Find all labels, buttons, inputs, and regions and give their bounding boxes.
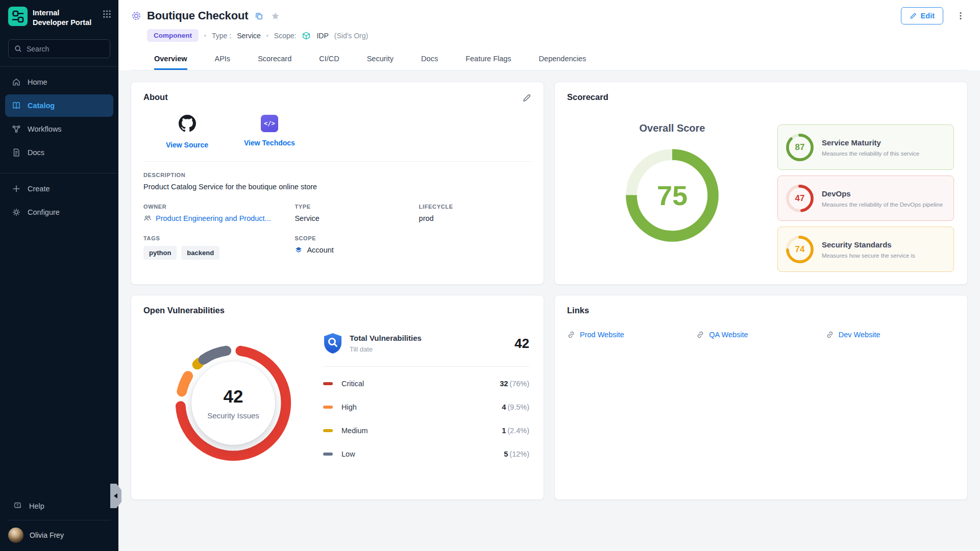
logo-row: Internal Developer Portal xyxy=(0,0,118,32)
score-ring: 87 xyxy=(786,133,814,162)
severity-count: 4 xyxy=(502,403,506,411)
security-issues-count: 42 xyxy=(224,386,243,407)
entity-meta-row: Component Type : Service Scope: IDP (Sid… xyxy=(147,29,968,42)
type-field-label: TYPE xyxy=(295,204,419,210)
sidebar-item-configure[interactable]: Configure xyxy=(5,201,113,223)
chevron-left-icon xyxy=(114,493,117,498)
techdocs-glyph: </> xyxy=(264,120,275,127)
scorecard-item-security-standards[interactable]: 74 Security Standards Measures how secur… xyxy=(777,227,954,272)
edit-button[interactable]: Edit xyxy=(901,7,943,24)
tab-docs[interactable]: Docs xyxy=(421,47,438,70)
link-dev-website[interactable]: Dev Website xyxy=(826,331,955,339)
severity-count: 1 xyxy=(502,427,506,435)
sidebar-item-label: Home xyxy=(28,78,47,86)
link-icon xyxy=(696,331,704,339)
scope-field-label: SCOPE xyxy=(295,235,419,241)
divider xyxy=(323,366,529,367)
kebab-menu-icon[interactable] xyxy=(957,11,965,20)
sidebar-item-catalog[interactable]: Catalog xyxy=(5,94,113,117)
links-card: Links Prod Website QA Website Dev Websit… xyxy=(554,295,968,500)
sidebar: Internal Developer Portal Home Catalog xyxy=(0,0,118,551)
home-icon xyxy=(12,78,21,87)
overall-score-panel: Overall Score 75 xyxy=(567,102,777,272)
owner-field: OWNER Product Engineering and Product... xyxy=(143,204,295,222)
sidebar-item-docs[interactable]: Docs xyxy=(5,141,113,164)
severity-pct: (9.5%) xyxy=(507,403,529,411)
sidebar-item-label: Docs xyxy=(28,148,44,157)
severity-count: 5 xyxy=(504,450,508,458)
owner-label: OWNER xyxy=(143,204,295,210)
tab-cicd[interactable]: CI/CD xyxy=(319,47,339,70)
vulnerabilities-donut: 42 Security Issues xyxy=(170,340,297,466)
edit-label: Edit xyxy=(921,12,935,20)
sidebar-nav: Home Catalog Workflows Docs xyxy=(0,67,118,165)
search-input[interactable] xyxy=(27,45,104,53)
page-header: Boutique Checkout Edit Component xyxy=(118,0,980,70)
overall-score-label: Overall Score xyxy=(640,122,705,134)
content-grid: About View Source </> View Techdocs xyxy=(118,70,980,551)
user-menu[interactable]: Olivia Frey xyxy=(0,525,118,545)
view-techdocs-link[interactable]: </> View Techdocs xyxy=(244,115,295,149)
about-edit-icon[interactable] xyxy=(522,92,531,103)
scope-label: Scope: xyxy=(274,32,297,40)
severity-row-medium: Medium 1(2.4%) xyxy=(323,419,529,442)
score-ring: 74 xyxy=(786,235,814,264)
owner-link[interactable]: Product Engineering and Product... xyxy=(143,214,295,222)
link-icon xyxy=(567,331,575,339)
severity-pct: (12%) xyxy=(509,450,529,458)
app-logo xyxy=(8,7,28,28)
scorecard-item-devops[interactable]: 47 DevOps Measures the reliability of th… xyxy=(777,176,954,221)
tag-chip[interactable]: backend xyxy=(181,246,219,260)
link-qa-website[interactable]: QA Website xyxy=(696,331,825,339)
plus-icon xyxy=(12,184,21,193)
docs-icon xyxy=(12,148,21,157)
score-desc: Measures the reliability of the DevOps p… xyxy=(822,202,943,208)
view-source-link[interactable]: View Source xyxy=(166,115,208,149)
help-label: Help xyxy=(29,502,44,510)
pencil-icon xyxy=(910,12,917,19)
tag-chip[interactable]: python xyxy=(143,246,177,260)
page-title: Boutique Checkout xyxy=(147,9,248,22)
link-prod-website[interactable]: Prod Website xyxy=(567,331,696,339)
gear-icon xyxy=(12,208,21,217)
help-button[interactable]: ? Help xyxy=(0,496,118,516)
dot-separator xyxy=(266,35,268,37)
app-title: Internal Developer Portal xyxy=(33,7,97,28)
sidebar-item-workflows[interactable]: Workflows xyxy=(5,118,113,140)
search-box[interactable] xyxy=(8,39,110,58)
copy-icon[interactable] xyxy=(255,12,263,20)
app-root: Internal Developer Portal Home Catalog xyxy=(0,0,980,551)
security-issues-label: Security Issues xyxy=(207,411,259,420)
avatar xyxy=(8,528,23,543)
tab-overview[interactable]: Overview xyxy=(154,47,187,70)
scorecard-card: Scorecard Overall Score 75 xyxy=(554,82,968,285)
severity-count: 32 xyxy=(500,380,508,388)
critical-dash-icon xyxy=(323,382,333,385)
scorecard-item-service-maturity[interactable]: 87 Service Maturity Measures the reliabi… xyxy=(777,124,954,170)
main-area: Boutique Checkout Edit Component xyxy=(118,0,980,551)
lifecycle-label: LIFECYCLE xyxy=(419,204,531,210)
sidebar-item-home[interactable]: Home xyxy=(5,71,113,93)
sidebar-divider xyxy=(8,520,110,520)
app-title-line2: Developer Portal xyxy=(33,18,91,27)
lifecycle-field: LIFECYCLE prod xyxy=(419,204,531,222)
low-dash-icon xyxy=(323,453,333,456)
vulnerabilities-title: Open Vulnerabilities xyxy=(143,306,531,315)
star-icon[interactable] xyxy=(271,12,280,20)
owner-value: Product Engineering and Product... xyxy=(156,214,271,222)
tab-dependencies[interactable]: Dependencies xyxy=(539,47,586,70)
till-date-label: Till date xyxy=(350,345,422,353)
score-value: 87 xyxy=(786,133,814,162)
tab-scorecard[interactable]: Scorecard xyxy=(258,47,291,70)
apps-grid-icon[interactable] xyxy=(103,7,111,20)
search-icon xyxy=(14,45,22,53)
user-name: Olivia Frey xyxy=(30,531,64,539)
tab-security[interactable]: Security xyxy=(367,47,394,70)
tab-feature-flags[interactable]: Feature Flags xyxy=(465,47,511,70)
tab-bar: Overview APIs Scorecard CI/CD Security D… xyxy=(131,47,968,70)
help-icon: ? xyxy=(13,502,22,511)
medium-dash-icon xyxy=(323,429,333,432)
tab-apis[interactable]: APIs xyxy=(215,47,231,70)
sidebar-item-create[interactable]: Create xyxy=(5,178,113,200)
sidebar-item-label: Configure xyxy=(28,208,60,216)
